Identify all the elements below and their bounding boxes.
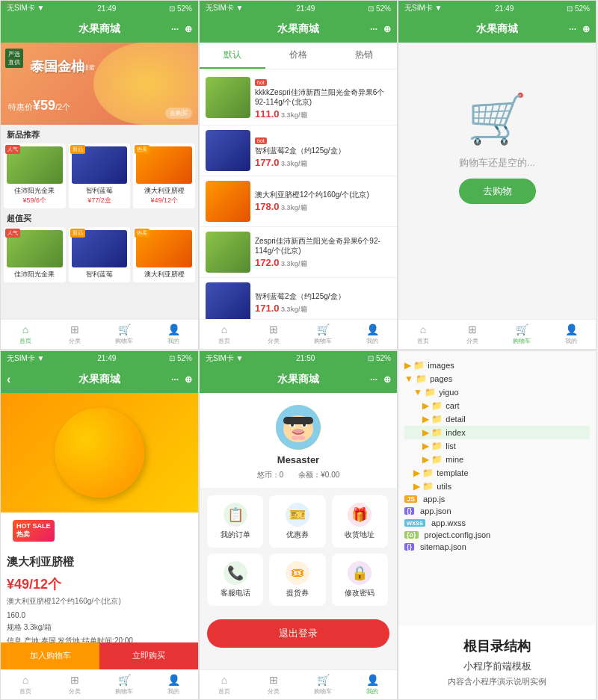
tab-default[interactable]: 默认 <box>200 43 265 69</box>
menu-coupons[interactable]: 🎫 优惠券 <box>269 495 325 548</box>
badge-deal-2: 新品 <box>70 229 85 238</box>
app-header-detail: ‹ 水果商城 ···⊕ <box>1 366 198 393</box>
orange-fruit <box>55 408 144 498</box>
nav-cart-home[interactable]: ⌂首页 <box>398 323 448 345</box>
product-price-1: 111.0 3.3kg/箱 <box>255 108 391 120</box>
product-name-3: 澳大利亚脐橙12个约160g/个(北京) <box>255 190 391 199</box>
go-shop-button[interactable]: 去购物 <box>459 179 536 204</box>
signal-cart: 无SIM卡 ▼ <box>404 3 442 13</box>
list-item[interactable]: 澳大利亚脐橙12个约160g/个(北京) 178.0 3.3kg/箱 <box>200 176 397 227</box>
nav-profile-cart[interactable]: 🛒购物车 <box>298 674 348 696</box>
file-yiguo[interactable]: ▼ 📁 yiguo <box>404 385 590 399</box>
file-name-sitemap: sitemap.json <box>420 542 466 551</box>
sitemap-badge: {} <box>404 543 414 551</box>
file-name-images: images <box>428 361 454 370</box>
product-info-2: hot 智利蓝莓2盒（约125g/盒） 177.0 3.3kg/箱 <box>255 132 391 169</box>
file-utils-folder[interactable]: ▶ 📁 utils <box>404 480 590 493</box>
fruit-card-3[interactable]: 热卖 澳大利亚脐橙 ¥49/12个 <box>133 143 195 208</box>
signal-list: 无SIM卡 ▼ <box>206 3 243 13</box>
file-list-folder[interactable]: ▶ 📁 list <box>404 439 590 453</box>
status-bar-list: 无SIM卡 ▼ 21:49 ⊡ 52% <box>200 1 397 16</box>
product-price-5: 171.0 3.3kg/箱 <box>255 303 391 315</box>
nav-detail-home-label: 首页 <box>19 687 31 696</box>
badge-hot-3: 热卖 <box>135 145 150 154</box>
nav-list-home-label: 首页 <box>218 337 230 345</box>
menu-orders[interactable]: 📋 我的订单 <box>207 495 263 548</box>
pickup-icon: 🎟 <box>286 561 309 585</box>
nav-detail-profile[interactable]: 👤我的 <box>149 674 198 696</box>
file-index-folder[interactable]: ▶ 📁 index <box>404 426 590 439</box>
miniprogram-desc: 内容含小程序演示说明实例 <box>410 676 584 687</box>
list-item[interactable]: hot kkkkZespri佳沛新西兰阳光金奇异果6个92-114g/个(北京)… <box>200 69 397 126</box>
nav-list-home[interactable]: ⌂首页 <box>200 323 249 345</box>
deal-card-3[interactable]: 热卖 澳大利亚脐橙 <box>133 227 195 282</box>
nav-cart-profile[interactable]: 👤我的 <box>546 323 596 345</box>
cat-icon-profile: ⊞ <box>269 674 278 686</box>
section-deal: 超值买 <box>1 208 198 227</box>
file-name-list-folder: list <box>446 442 455 450</box>
logout-button[interactable]: 退出登录 <box>207 619 389 648</box>
app-header-profile: 水果商城 ···⊕ <box>200 366 397 393</box>
product-name-5: 智利蓝莓2盒（约125g/盒） <box>255 291 391 301</box>
nav-cart[interactable]: 🛒 购物车 <box>99 323 149 345</box>
list-item[interactable]: Zespri佳沛新西兰阳光金奇异果6个92-114g/个(北京) 172.0 3… <box>200 227 397 278</box>
file-name-cart-folder: cart <box>446 401 459 410</box>
file-mine-folder[interactable]: ▶ 📁 mine <box>404 453 590 466</box>
file-appwxss[interactable]: wxss app.wxss <box>404 517 590 529</box>
nav-list-cat[interactable]: ⊞分类 <box>249 323 298 345</box>
file-tree: ▶ 📁 images ▼ 📁 pages ▼ 📁 yiguo ▶ 📁 cart … <box>398 351 596 560</box>
nav-detail-cat[interactable]: ⊞分类 <box>50 674 99 696</box>
menu-service[interactable]: 📞 客服电话 <box>207 554 263 606</box>
nav-detail-cart[interactable]: 🛒购物车 <box>99 674 149 696</box>
app-title-detail: 水果商城 <box>78 373 120 386</box>
nav-profile-home[interactable]: ⌂首页 <box>200 674 249 696</box>
nav-cart-cart[interactable]: 🛒购物车 <box>497 323 546 345</box>
back-icon[interactable]: ‹ <box>7 373 10 386</box>
menu-pickup[interactable]: 🎟 提货券 <box>269 554 325 606</box>
nav-profile-cat[interactable]: ⊞分类 <box>249 674 298 696</box>
file-appjs[interactable]: JS app.js <box>404 493 590 505</box>
banner-button[interactable]: 去购买 <box>165 108 192 119</box>
nav-category[interactable]: ⊞ 分类 <box>50 323 99 345</box>
nav-detail-home[interactable]: ⌂首页 <box>1 674 50 696</box>
nav-profile-profile[interactable]: 👤我的 <box>348 674 397 696</box>
deal-products-grid: 人气 佳沛阳光金果 新品 智利蓝莓 热卖 澳大利亚脐橙 <box>1 227 198 282</box>
file-cart-folder[interactable]: ▶ 📁 cart <box>404 399 590 412</box>
nav-cart-cat[interactable]: ⊞分类 <box>448 323 497 345</box>
tab-price[interactable]: 价格 <box>265 43 331 69</box>
nav-home[interactable]: ⌂ 首页 <box>1 323 50 345</box>
nav-list-profile[interactable]: 👤我的 <box>348 323 397 345</box>
nav-list-cart[interactable]: 🛒购物车 <box>298 323 348 345</box>
file-images[interactable]: ▶ 📁 images <box>404 359 590 372</box>
fruit-card-2[interactable]: 新品 智利蓝莓 ¥77/2盒 <box>69 143 131 208</box>
tab-hot[interactable]: 热销 <box>331 43 397 69</box>
file-template-folder[interactable]: ▶ 📁 template <box>404 466 590 480</box>
fruit-price-1: ¥59/6个 <box>7 196 63 205</box>
nav-cart-cart-label: 购物车 <box>513 337 531 345</box>
battery-detail: ⊡ 52% <box>169 354 192 362</box>
file-name-detail-folder: detail <box>446 415 465 424</box>
file-projectconfig[interactable]: {o} project.config.json <box>404 529 590 541</box>
deal-card-1[interactable]: 人气 佳沛阳光金果 <box>4 227 66 282</box>
file-sitemap[interactable]: {} sitemap.json <box>404 541 590 553</box>
buy-now-button[interactable]: 立即购买 <box>99 642 198 669</box>
file-detail-folder[interactable]: ▶ 📁 detail <box>404 412 590 426</box>
folder-icon-images: ▶ 📁 <box>404 360 425 371</box>
panel6-description: 根目录结构 小程序前端模板 内容含小程序演示说明实例 <box>398 625 596 699</box>
bottom-nav-list: ⌂首页 ⊞分类 🛒购物车 👤我的 <box>200 319 397 349</box>
home-icon-list: ⌂ <box>221 323 227 335</box>
add-to-cart-button[interactable]: 加入购物车 <box>1 642 99 669</box>
fruit-card-1[interactable]: 人气 佳沛阳光金果 ¥59/6个 <box>4 143 66 208</box>
menu-address[interactable]: 🎁 收货地址 <box>332 495 388 548</box>
nav-detail-cart-label: 购物车 <box>115 687 133 696</box>
status-bar-home: 无SIM卡 ▼ 21:49 ⊡ 52% <box>1 1 198 16</box>
nav-profile[interactable]: 👤 我的 <box>149 323 198 345</box>
profile-icon-cart: 👤 <box>565 323 578 335</box>
file-pages[interactable]: ▼ 📁 pages <box>404 372 590 385</box>
menu-password[interactable]: 🔒 修改密码 <box>332 554 388 606</box>
deal-card-2[interactable]: 新品 智利蓝莓 <box>69 227 131 282</box>
file-appjson[interactable]: {} app.json <box>404 505 590 517</box>
list-item[interactable]: hot 智利蓝莓2盒（约125g/盒） 177.0 3.3kg/箱 <box>200 126 397 176</box>
pickup-label: 提货券 <box>286 588 309 598</box>
detail-desc: 澳大利亚脐橙12个约160g/个(北京) <box>1 593 198 610</box>
